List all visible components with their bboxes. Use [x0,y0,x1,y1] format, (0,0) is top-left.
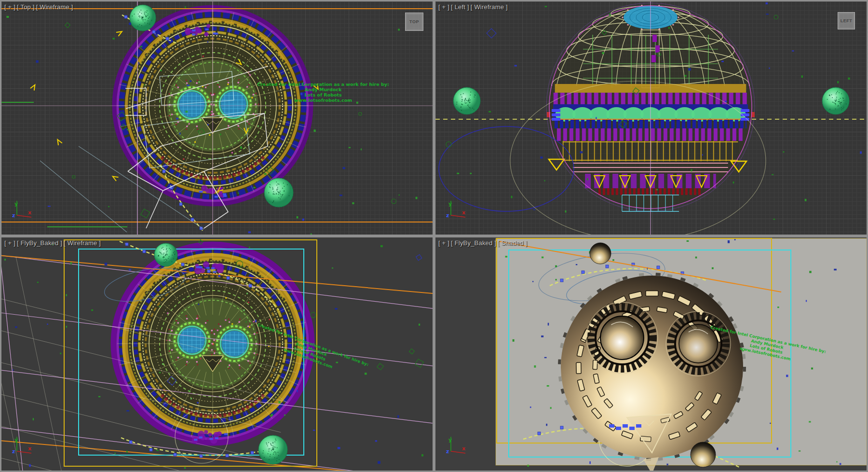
axis-x-label: x [28,209,31,216]
axis-tripod: y x z [444,434,469,459]
viewport-menu-general[interactable]: [ + ] [438,239,449,247]
scene-root [1,1,433,235]
viewcube[interactable]: LEFT [838,12,855,29]
quad-viewport-stage: [ + ][ Top ][ Wireframe ] TOP y x z Crea… [0,0,868,472]
axis-tripod: y x z [10,198,35,223]
scene-flyby-wireframe[interactable] [1,237,433,471]
axis-z-label: z [12,212,15,219]
viewport-menu-general[interactable]: [ + ] [4,3,15,11]
viewport-label: [ + ][ FlyBy_Baked ][ Shaded ] [438,239,529,247]
scene-top-wireframe[interactable] [1,1,433,235]
viewport-menu-shading[interactable]: [ Wireframe ] [36,3,73,11]
axis-z-label: z [446,448,449,455]
viewport-menu-pov[interactable]: [ FlyBy_Baked ] [451,239,496,247]
viewport-menu-pov[interactable]: [ Top ] [17,3,35,11]
viewport-left[interactable]: [ + ][ Left ][ Wireframe ] LEFT y x z [435,1,867,235]
viewport-menu-shading[interactable]: [ Wireframe ] [64,239,101,247]
scene-root [1,237,433,471]
axis-tripod: y x z [10,434,35,459]
viewport-menu-shading[interactable]: [ Wireframe ] [471,3,508,11]
viewport-menu-shading[interactable]: [ Shaded ] [498,239,527,247]
viewport-label: [ + ][ FlyBy_Baked ][ Wireframe ] [4,239,102,247]
viewport-flyby-shaded[interactable]: [ + ][ FlyBy_Baked ][ Shaded ] y x z Cre… [435,237,867,471]
axis-y-label: y [14,437,18,443]
viewport-flyby-wireframe[interactable]: [ + ][ FlyBy_Baked ][ Wireframe ] y x z … [1,237,433,471]
scene-left-wireframe[interactable] [435,1,867,235]
viewport-label: [ + ][ Left ][ Wireframe ] [438,3,509,11]
axis-tripod: y x z [444,198,469,223]
viewport-menu-pov[interactable]: [ Left ] [451,3,469,11]
scene-flyby-shaded[interactable] [435,237,867,471]
axis-z-label: z [446,212,449,219]
axis-x-label: x [462,445,465,452]
viewport-menu-general[interactable]: [ + ] [438,3,449,11]
viewport-menu-pov[interactable]: [ FlyBy_Baked ] [17,239,62,247]
axis-y-label: y [448,437,452,443]
axis-y-label: y [448,201,452,207]
viewcube[interactable]: TOP [405,13,423,31]
axis-y-label: y [14,201,18,207]
axis-x-label: x [462,209,465,216]
scene-root [435,1,867,235]
axis-z-label: z [12,448,15,455]
scene-root [496,238,867,471]
viewport-label: [ + ][ Top ][ Wireframe ] [4,3,75,11]
viewport-top[interactable]: [ + ][ Top ][ Wireframe ] TOP y x z Crea… [1,1,433,235]
axis-x-label: x [28,445,31,452]
viewport-menu-general[interactable]: [ + ] [4,239,15,247]
